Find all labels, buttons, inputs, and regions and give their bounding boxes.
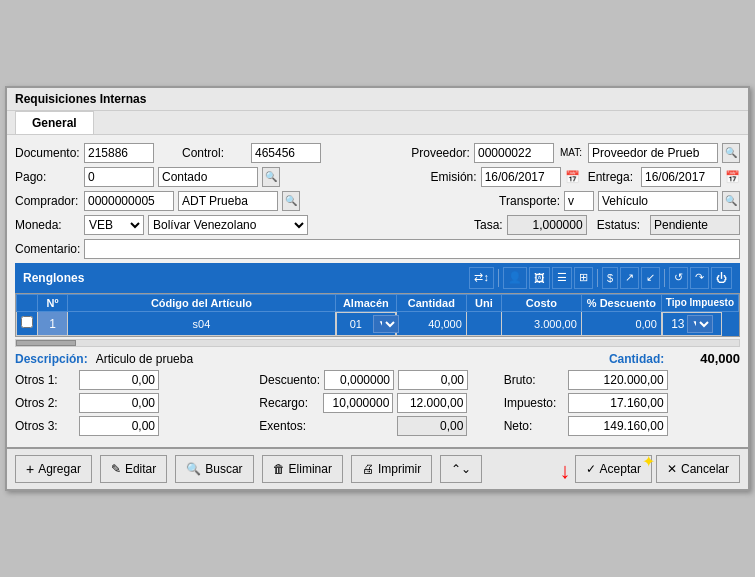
descuento-val-input[interactable] [398, 370, 468, 390]
comprador-search-btn[interactable]: 🔍 [282, 191, 300, 211]
tb-user-btn[interactable]: 👤 [503, 267, 527, 289]
transporte-search-btn[interactable]: 🔍 [722, 191, 740, 211]
tb-exit-btn[interactable]: ⏻ [711, 267, 732, 289]
entrega-calendar-icon[interactable]: 📅 [725, 170, 740, 184]
table-row[interactable]: 1 ▼ [17, 311, 739, 336]
emision-label: Emisión: [431, 170, 477, 184]
tb-dollar-btn[interactable]: $ [602, 267, 618, 289]
impuesto-label: Impuesto: [504, 396, 564, 410]
control-input[interactable] [251, 143, 321, 163]
almacen-select[interactable]: ▼ [373, 315, 399, 333]
otros1-row: Otros 1: [15, 370, 251, 390]
recargo-val-input[interactable] [397, 393, 467, 413]
pago-search-btn[interactable]: 🔍 [262, 167, 280, 187]
renglones-toolbar: ⇄↕ 👤 🖼 ☰ ⊞ $ ↗ ↙ ↺ ↷ ⏻ [469, 267, 732, 289]
tipo-value: 13 [671, 317, 684, 331]
row-costo[interactable] [501, 311, 581, 336]
pago-desc-input[interactable] [158, 167, 258, 187]
eliminar-icon: 🗑 [273, 462, 285, 476]
agregar-button[interactable]: + Agregar [15, 455, 92, 483]
codigo-input[interactable] [72, 318, 331, 330]
comentario-input[interactable] [84, 239, 740, 259]
descuento-pct-input[interactable] [324, 370, 394, 390]
descuento-input[interactable] [586, 318, 657, 330]
entrega-label: Entrega: [584, 170, 637, 184]
calc-col1: Otros 1: Otros 2: Otros 3: [15, 370, 251, 439]
mat-input[interactable] [588, 143, 718, 163]
th-tipo: Tipo Impuesto [661, 294, 738, 311]
comprador-desc-input[interactable] [178, 191, 278, 211]
th-uni: Uni [466, 294, 501, 311]
transporte-input[interactable] [564, 191, 594, 211]
moneda-label: Moneda: [15, 218, 80, 232]
otros3-input[interactable] [79, 416, 159, 436]
tb-import-btn[interactable]: ↙ [641, 267, 660, 289]
moneda-select[interactable]: VEB [84, 215, 144, 235]
aceptar-button[interactable]: ✓ Aceptar ✦ [575, 455, 652, 483]
calc-col2: Descuento: Recargo: Exentos: [259, 370, 495, 439]
emision-calendar-icon[interactable]: 📅 [565, 170, 580, 184]
tb-image-btn[interactable]: 🖼 [529, 267, 550, 289]
tb-list-btn[interactable]: ☰ [552, 267, 572, 289]
editar-button[interactable]: ✎ Editar [100, 455, 167, 483]
tb-refresh-btn[interactable]: ↺ [669, 267, 688, 289]
comentario-label: Comentario: [15, 242, 80, 256]
tab-general[interactable]: General [15, 111, 94, 134]
row-descuento[interactable] [581, 311, 661, 336]
renglones-header: Renglones ⇄↕ 👤 🖼 ☰ ⊞ $ ↗ ↙ ↺ ↷ ⏻ [15, 263, 740, 293]
buscar-button[interactable]: 🔍 Buscar [175, 455, 253, 483]
eliminar-button[interactable]: 🗑 Eliminar [262, 455, 343, 483]
bruto-label: Bruto: [504, 373, 564, 387]
arrow-indicator: ↓ [560, 458, 571, 484]
sep2 [597, 269, 598, 287]
tb-forward-btn[interactable]: ↷ [690, 267, 709, 289]
tb-export-btn[interactable]: ↗ [620, 267, 639, 289]
description-row: Descripción: Articulo de prueba Cantidad… [15, 351, 740, 366]
cantidad-input[interactable] [401, 318, 462, 330]
row-tipo[interactable]: 13 ▼ [662, 312, 722, 336]
tb-grid-btn[interactable]: ⊞ [574, 267, 593, 289]
agregar-icon: + [26, 461, 34, 477]
imprimir-button[interactable]: 🖨 Imprimir [351, 455, 432, 483]
row-documento: Documento: Control: Proveedor: MAT: 🔍 [15, 143, 740, 163]
scrollbar-thumb[interactable] [16, 340, 76, 346]
otros1-input[interactable] [79, 370, 159, 390]
estatus-label: Estatus: [591, 218, 646, 232]
star-icon: ✦ [642, 452, 655, 471]
costo-input[interactable] [506, 318, 577, 330]
th-checkbox [17, 294, 38, 311]
th-cantidad: Cantidad [396, 294, 466, 311]
tb-arrows-btn[interactable]: ⇄↕ [469, 267, 494, 289]
almacen-input[interactable] [341, 318, 371, 330]
otros2-input[interactable] [79, 393, 159, 413]
bottom-bar: + Agregar ✎ Editar 🔍 Buscar 🗑 Eliminar 🖨… [7, 447, 748, 489]
otros3-row: Otros 3: [15, 416, 251, 436]
otros3-label: Otros 3: [15, 419, 75, 433]
proveedor-search-btn[interactable]: 🔍 [722, 143, 740, 163]
row-checkbox-input[interactable] [21, 316, 33, 328]
estatus-input [650, 215, 740, 235]
descripcion-label: Descripción: [15, 352, 88, 366]
th-costo: Costo [501, 294, 581, 311]
tab-bar: General [7, 111, 748, 135]
row-almacen[interactable]: ▼ [336, 312, 396, 336]
pago-input[interactable] [84, 167, 154, 187]
row-codigo[interactable] [68, 311, 336, 336]
row-pago: Pago: 🔍 Emisión: 📅 Entrega: 📅 [15, 167, 740, 187]
recargo-pct-input[interactable] [323, 393, 393, 413]
expand-button[interactable]: ⌃⌄ [440, 455, 482, 483]
moneda-desc-select[interactable]: Bolívar Venezolano [148, 215, 308, 235]
entrega-input[interactable] [641, 167, 721, 187]
tipo-select[interactable]: ▼ [687, 315, 713, 333]
documento-input[interactable] [84, 143, 154, 163]
row-cantidad[interactable] [396, 311, 466, 336]
comprador-input[interactable] [84, 191, 174, 211]
horizontal-scrollbar[interactable] [15, 339, 740, 347]
cancelar-button[interactable]: ✕ Cancelar [656, 455, 740, 483]
emision-input[interactable] [481, 167, 561, 187]
row-checkbox[interactable] [17, 311, 38, 336]
transporte-desc-input[interactable] [598, 191, 718, 211]
row-num: 1 [38, 311, 68, 336]
tasa-input [507, 215, 587, 235]
proveedor-input[interactable] [474, 143, 554, 163]
